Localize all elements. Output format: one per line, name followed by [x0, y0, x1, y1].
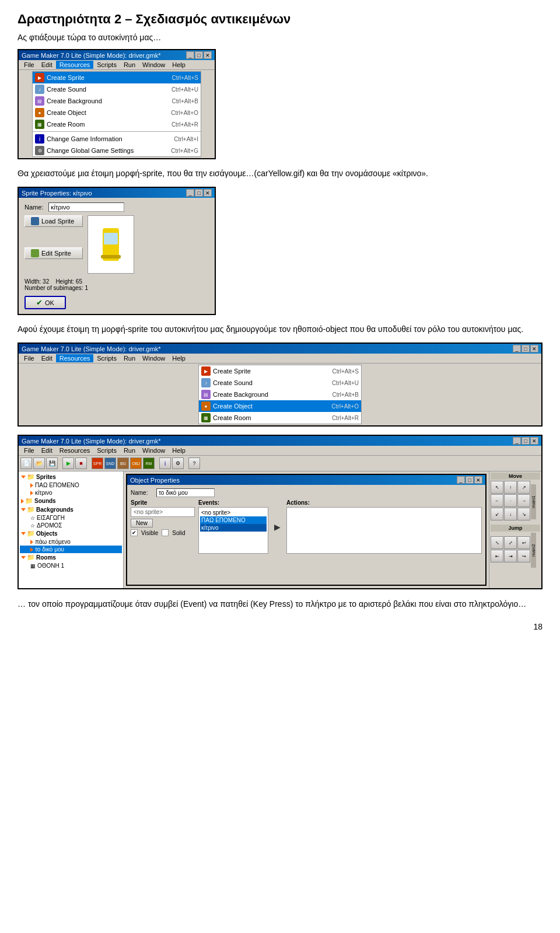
- events-item-no-sprite[interactable]: <no sprite>: [200, 509, 267, 516]
- edit-sprite-button[interactable]: Edit Sprite: [24, 247, 83, 259]
- load-sprite-button[interactable]: Load Sprite: [24, 215, 83, 227]
- menu-file-2[interactable]: File: [20, 354, 38, 362]
- events-item-paw[interactable]: ΠΑΩ ΕΠΟΜΕΝΟ: [200, 516, 267, 524]
- sidebar-item-kitrino[interactable]: κίτρινο: [20, 489, 122, 497]
- menu-edit-1[interactable]: Edit: [38, 61, 56, 69]
- main-menu-edit[interactable]: Edit: [38, 446, 56, 455]
- main-menu-resources[interactable]: Resources: [56, 446, 94, 455]
- menu-resources-1[interactable]: Resources: [56, 61, 94, 69]
- toolbar-settings[interactable]: ⚙: [172, 457, 184, 469]
- menu2-create-sprite[interactable]: ▶ Create Sprite Ctrl+Alt+S: [199, 365, 361, 377]
- sidebar-item-dromos[interactable]: ☆ ΔΡΟΜΟΣ: [20, 522, 122, 529]
- main-menu-window[interactable]: Window: [139, 446, 169, 455]
- main-maximize-btn[interactable]: □: [522, 437, 530, 445]
- toolbar-sprite[interactable]: SPR: [92, 457, 103, 469]
- menu-help-1[interactable]: Help: [169, 61, 189, 69]
- menu-window-1[interactable]: Window: [139, 61, 169, 69]
- sidebar-item-paw2[interactable]: πάω επόμενο: [20, 538, 122, 546]
- menu-file-1[interactable]: File: [20, 61, 38, 69]
- solid-checkbox[interactable]: [162, 529, 169, 536]
- sidebar-item-eisagogi[interactable]: ☆ ΕΙΣΑΓΩΓΗ: [20, 514, 122, 522]
- toolbar-open[interactable]: 📂: [33, 457, 45, 469]
- toolbar-sound[interactable]: SND: [104, 457, 116, 469]
- main-minimize-btn[interactable]: _: [513, 437, 521, 445]
- menu2-create-bg[interactable]: ▤ Create Background Ctrl+Alt+B: [199, 389, 361, 400]
- maximize-button-2[interactable]: □: [522, 345, 530, 352]
- obj-close-btn[interactable]: ✕: [474, 476, 482, 484]
- jump-btn-5[interactable]: ⇥: [504, 550, 517, 562]
- sprite-name-input[interactable]: [48, 202, 124, 212]
- menu-create-sprite[interactable]: ▶ Create Sprite Ctrl+Alt+S: [33, 72, 201, 83]
- jump-btn-2[interactable]: ⤢: [504, 536, 517, 549]
- menu-create-object[interactable]: ● Create Object Ctrl+Alt+O: [33, 107, 201, 118]
- menu-run-1[interactable]: Run: [120, 61, 139, 69]
- maximize-button-1[interactable]: □: [195, 51, 203, 59]
- toolbar-bg[interactable]: BG: [117, 457, 129, 469]
- jump-btn-1[interactable]: ⤡: [491, 536, 503, 549]
- sidebar-cat-sprites[interactable]: 📁 Sprites: [20, 473, 122, 481]
- obj-minimize-btn[interactable]: _: [457, 476, 465, 484]
- move-btn-r[interactable]: →: [517, 494, 530, 507]
- menu2-create-room[interactable]: ▦ Create Room Ctrl+Alt+R: [199, 412, 361, 424]
- move-btn-l[interactable]: ←: [491, 494, 503, 507]
- sidebar-item-paw[interactable]: ΠΑΩ ΕΠΟΜΕΝΟ: [20, 481, 122, 489]
- move-btn-ul[interactable]: ↖: [491, 481, 503, 494]
- toolbar-info[interactable]: i: [159, 457, 171, 469]
- sprite-close-btn[interactable]: ✕: [204, 189, 212, 197]
- toolbar-room[interactable]: RM: [143, 457, 155, 469]
- sprite-minimize-btn[interactable]: _: [186, 189, 194, 197]
- menu-create-background[interactable]: ▤ Create Background Ctrl+Alt+B: [33, 95, 201, 107]
- minimize-button-1[interactable]: _: [186, 51, 194, 59]
- menu-game-info[interactable]: i Change Game Information Ctrl+Alt+I: [33, 133, 201, 145]
- menu-resources-2[interactable]: Resources: [56, 354, 94, 362]
- sprite-maximize-btn[interactable]: □: [195, 189, 203, 197]
- sidebar-cat-objects[interactable]: 📁 Objects: [20, 529, 122, 538]
- jump-btn-3[interactable]: ↩: [517, 536, 530, 549]
- sidebar-item-othoni[interactable]: ▦ ΟΘΟΝΗ 1: [20, 562, 122, 569]
- move-btn-dl[interactable]: ↙: [491, 508, 503, 520]
- close-button-2[interactable]: ✕: [530, 345, 538, 352]
- main-menu-scripts[interactable]: Scripts: [93, 446, 120, 455]
- toolbar-stop[interactable]: ■: [75, 457, 87, 469]
- menu-help-2[interactable]: Help: [169, 354, 189, 362]
- sidebar-item-to-diko[interactable]: το δικό μου: [20, 546, 122, 553]
- menu2-create-sound[interactable]: ♪ Create Sound Ctrl+Alt+U: [199, 377, 361, 389]
- main-close-btn[interactable]: ✕: [530, 437, 538, 445]
- menu-run-2[interactable]: Run: [120, 354, 139, 362]
- obj-maximize-btn[interactable]: □: [466, 476, 474, 484]
- main-menu-file[interactable]: File: [20, 446, 38, 455]
- menu-scripts-1[interactable]: Scripts: [93, 61, 120, 69]
- close-button-1[interactable]: ✕: [204, 51, 212, 59]
- menu-create-sound[interactable]: ♪ Create Sound Ctrl+Alt+U: [33, 83, 201, 95]
- sprite-ok-button[interactable]: ✔ OK: [24, 296, 66, 309]
- menu2-create-object[interactable]: ● Create Object Ctrl+Alt+O: [199, 400, 361, 412]
- main-menu-run[interactable]: Run: [120, 446, 139, 455]
- obj-name-input[interactable]: [156, 488, 215, 497]
- sidebar-cat-sounds[interactable]: 📁 Sounds: [20, 497, 122, 505]
- move-btn-c[interactable]: ·: [504, 494, 517, 507]
- visible-checkbox[interactable]: ✔: [131, 529, 138, 536]
- toolbar-object[interactable]: OBJ: [130, 457, 142, 469]
- menu-global-settings[interactable]: ⚙ Change Global Game Settings Ctrl+Alt+G: [33, 145, 201, 156]
- menu-create-room[interactable]: ▦ Create Room Ctrl+Alt+R: [33, 118, 201, 130]
- menu-window-2[interactable]: Window: [139, 354, 169, 362]
- toolbar-new[interactable]: 📄: [20, 457, 32, 469]
- events-item-kitrino[interactable]: κίτρινο: [200, 524, 267, 532]
- menu-edit-2[interactable]: Edit: [38, 354, 56, 362]
- move-btn-dr[interactable]: ↘: [517, 508, 530, 520]
- jump-btn-6[interactable]: ↪: [517, 550, 530, 562]
- jump-header: Jump: [491, 525, 540, 532]
- move-btn-u[interactable]: ↑: [504, 481, 517, 494]
- minimize-button-2[interactable]: _: [513, 345, 521, 352]
- sprite-new-button[interactable]: New: [131, 519, 153, 527]
- move-btn-ur[interactable]: ↗: [517, 481, 530, 494]
- sidebar-cat-rooms[interactable]: 📁 Rooms: [20, 553, 122, 562]
- toolbar-play[interactable]: ▶: [62, 457, 74, 469]
- toolbar-help[interactable]: ?: [188, 457, 200, 469]
- toolbar-save[interactable]: 💾: [46, 457, 58, 469]
- jump-btn-4[interactable]: ⇤: [491, 550, 503, 562]
- sidebar-cat-backgrounds[interactable]: 📁 Backgrounds: [20, 505, 122, 514]
- move-btn-d[interactable]: ↓: [504, 508, 517, 520]
- menu-scripts-2[interactable]: Scripts: [93, 354, 120, 362]
- main-menu-help[interactable]: Help: [169, 446, 189, 455]
